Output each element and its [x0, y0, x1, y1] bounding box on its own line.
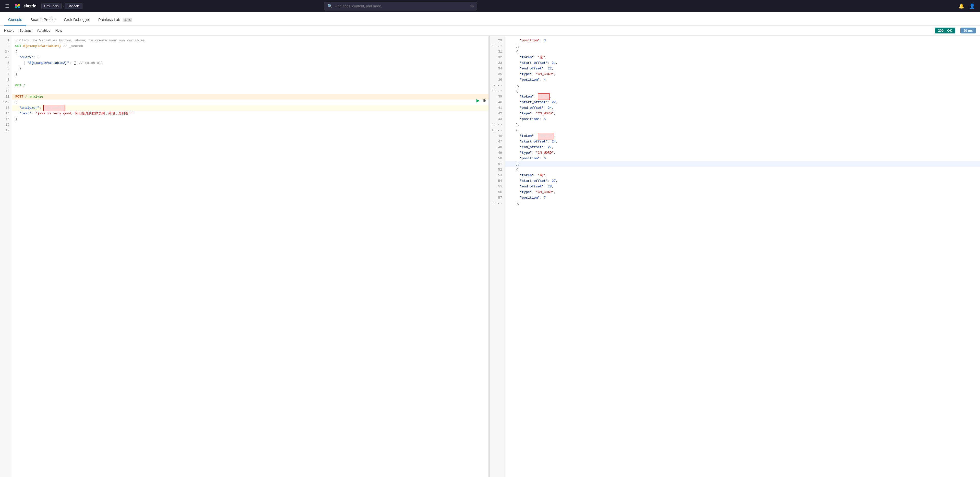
- variable-ref-1: ${exampleVariable1}: [23, 43, 61, 49]
- out-line-num-55: 55: [490, 184, 504, 189]
- line-num-4[interactable]: 4: [0, 55, 12, 60]
- position-val-3: 3: [544, 38, 546, 43]
- close30: },: [508, 43, 520, 49]
- out-line-num-36: 36: [490, 77, 504, 83]
- out-line-num-46: 46: [490, 133, 504, 139]
- get-keyword: GET: [15, 43, 21, 49]
- colon42: :: [532, 111, 536, 116]
- type-key-49: "type": [508, 150, 532, 156]
- output-line-42: "type" : "CN_WORD" ,: [505, 111, 980, 116]
- out-line-num-45[interactable]: 45 ▸: [490, 128, 504, 133]
- space2: [21, 83, 23, 88]
- line-num-3[interactable]: 3: [0, 49, 12, 55]
- resize-handle[interactable]: [488, 36, 490, 477]
- out-line-num-56: 56: [490, 189, 504, 195]
- settings-icon-button[interactable]: ⚙: [482, 97, 487, 103]
- type-key-56: "type": [508, 189, 532, 195]
- settings-button[interactable]: Settings: [19, 27, 32, 35]
- tab-grok-debugger[interactable]: Grok Debugger: [60, 14, 94, 25]
- colon40: :: [548, 100, 552, 105]
- line-num-16: 16: [0, 122, 12, 128]
- global-search-bar[interactable]: 🔍 ⌘/: [324, 2, 477, 11]
- text-key: "text": [19, 111, 32, 116]
- pipe: │: [23, 60, 27, 66]
- close-brace-main: }: [15, 72, 18, 77]
- comma40: ,: [556, 100, 558, 105]
- run-button[interactable]: ▶: [476, 97, 480, 103]
- colon: : {: [33, 55, 39, 60]
- line-num-15[interactable]: 15: [0, 116, 12, 122]
- history-button[interactable]: History: [4, 27, 14, 35]
- type-val-49: "CN_WORD": [536, 150, 554, 156]
- output-content[interactable]: "position" : 3 }, { "token" : "是" ,: [505, 36, 980, 477]
- out-line-num-44[interactable]: 44 ▸: [490, 122, 504, 128]
- end-off-key-55: "end_offset": [508, 184, 544, 189]
- editor-line-3: {: [12, 49, 490, 55]
- hamburger-button[interactable]: ☰: [4, 2, 10, 10]
- out-line-num-37[interactable]: 37 ▸: [490, 83, 504, 88]
- out-line-num-31: 31: [490, 49, 504, 55]
- token-key-53: "token": [508, 173, 534, 178]
- output-line-41: "end_offset" : 24 ,: [505, 105, 980, 111]
- help-button[interactable]: Help: [56, 27, 62, 35]
- out-line-num-58[interactable]: 58 ▸: [490, 201, 504, 206]
- line-num-7[interactable]: 7: [0, 72, 12, 77]
- svg-point-2: [18, 4, 20, 6]
- get-keyword-2: GET: [15, 83, 21, 88]
- editor-line-6: }: [12, 66, 490, 72]
- out-line-num-35: 35: [490, 72, 504, 77]
- editor-panel[interactable]: 1 2 3 4 5 6 7 8 9 10 11 12 13 14 15 16 1…: [0, 36, 490, 477]
- breadcrumb-devtools[interactable]: Dev Tools: [41, 3, 62, 9]
- search-input[interactable]: [334, 2, 468, 10]
- logo-area: elastic: [13, 2, 36, 10]
- status-time-badge: 50 ms: [960, 28, 976, 33]
- out-line-num-30[interactable]: 30 ▸: [490, 43, 504, 49]
- editor-line-15: }: [12, 116, 490, 122]
- analyzer-key: "analyzer": [19, 105, 39, 111]
- close-brace-query: }: [19, 66, 21, 72]
- output-line-33: "start_offset" : 21 ,: [505, 60, 980, 66]
- pos-key-36: "position": [508, 77, 540, 83]
- editor-line-10: [12, 88, 490, 94]
- colon55: :: [544, 184, 548, 189]
- line-num-12[interactable]: 12: [0, 100, 12, 105]
- type-key-42: "type": [508, 111, 532, 116]
- top-navigation: ☰ elastic Dev Tools › Console 🔍 ⌘/ 🔔 👤: [0, 0, 980, 12]
- user-menu-button[interactable]: 👤: [968, 2, 976, 10]
- colon48: :: [544, 145, 548, 150]
- editor-content[interactable]: # Click the Variables button, above, to …: [12, 36, 490, 477]
- comma42: ,: [554, 111, 556, 116]
- comma33: ,: [556, 60, 558, 66]
- colon57: :: [540, 195, 544, 201]
- open52: {: [508, 167, 518, 173]
- comma34: ,: [552, 66, 554, 72]
- out-line-num-34: 34: [490, 66, 504, 72]
- comma55: ,: [552, 184, 554, 189]
- output-line-52: {: [505, 167, 980, 173]
- breadcrumb-console[interactable]: Console: [65, 3, 83, 9]
- end-off-val-55: 28: [548, 184, 552, 189]
- output-line-44: },: [505, 122, 980, 128]
- tab-search-profiler[interactable]: Search Profiler: [26, 14, 60, 25]
- pos-key-50: "position": [508, 156, 540, 161]
- notifications-button[interactable]: 🔔: [958, 2, 965, 10]
- output-line-49: "type" : "CN_WORD" ,: [505, 150, 980, 156]
- out-line-num-49: 49: [490, 150, 504, 156]
- colon54: :: [548, 178, 552, 184]
- line-num-14: 14: [0, 111, 12, 116]
- out-line-num-42: 42: [490, 111, 504, 116]
- tab-painless-lab[interactable]: Painless Lab BETA: [94, 14, 136, 25]
- svg-point-1: [15, 4, 17, 6]
- output-line-57: "position" : 7: [505, 195, 980, 201]
- analyzer-value-highlighted: "ik_smart": [43, 105, 65, 111]
- colon41: :: [544, 105, 548, 111]
- out-line-num-38[interactable]: 38 ▸: [490, 88, 504, 94]
- breadcrumb: Dev Tools › Console: [41, 3, 83, 9]
- variables-button[interactable]: Variables: [37, 27, 50, 35]
- output-line-51: },: [505, 161, 980, 167]
- out-line-num-54: 54: [490, 178, 504, 184]
- output-line-34: "end_offset" : 22 ,: [505, 66, 980, 72]
- open-brace-analyze: {: [15, 100, 18, 105]
- out-line-num-39: 39: [490, 94, 504, 100]
- tab-console[interactable]: Console: [4, 14, 26, 25]
